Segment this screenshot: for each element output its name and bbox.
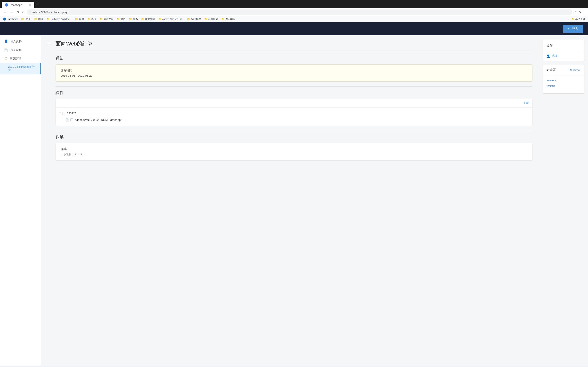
url-input[interactable] bbox=[27, 9, 572, 15]
actions-card-header: 操作 bbox=[543, 40, 585, 51]
download-button[interactable]: 下載 bbox=[523, 101, 529, 105]
bookmark-label: 編譯原理 bbox=[191, 17, 201, 21]
page-title: 面向Web的計算 bbox=[56, 40, 532, 51]
discussion-thread-2[interactable]: tititititiit bbox=[546, 84, 580, 88]
folder-icon: 📁 bbox=[221, 17, 225, 21]
sidebar-profile-label: 個人資料 bbox=[10, 40, 22, 43]
bookmark-learn[interactable]: 📁 學習 bbox=[74, 17, 85, 21]
bookmark-label: 學習 bbox=[79, 17, 84, 21]
chevron-up-icon: ⌃ bbox=[34, 57, 36, 60]
refresh-button[interactable]: ↻ bbox=[16, 9, 20, 15]
discussion-thread-1[interactable]: aaaaaa bbox=[546, 79, 580, 82]
bookmark-label: Award Chaser Tar... bbox=[162, 18, 184, 21]
sidebar-all-courses-label: 所有課程 bbox=[10, 48, 22, 52]
bookmark-test[interactable]: 📁 測試 bbox=[33, 17, 44, 21]
notice-section-title: 通知 bbox=[56, 56, 532, 61]
notice-label: 課程時間 bbox=[61, 69, 527, 72]
folder-icon: 📁 bbox=[158, 17, 162, 21]
bookmark-algo[interactable]: 📁 算法 bbox=[86, 17, 97, 21]
materials-section-title: 課件 bbox=[56, 90, 532, 95]
sidebar-item-selected-courses[interactable]: 📋 已選課程 ⌃ bbox=[0, 54, 41, 63]
menu-icon[interactable]: ⋮ bbox=[583, 11, 586, 14]
withdraw-link[interactable]: 👤 退課 bbox=[546, 54, 580, 58]
tab-favicon bbox=[5, 3, 8, 7]
bookmark-label: 測試 bbox=[38, 17, 43, 21]
start-discussion-button[interactable]: 發起討論 bbox=[570, 68, 580, 72]
folder-icon: 📁 bbox=[117, 17, 120, 21]
section-divider-1 bbox=[56, 86, 532, 87]
folder-icon: 📁 bbox=[99, 17, 103, 21]
login-button[interactable]: ↩ 登入 bbox=[563, 25, 583, 33]
new-tab-button[interactable]: + bbox=[35, 2, 41, 8]
folder-icon: 📁 bbox=[21, 17, 24, 21]
toolbar-icons: ☆ ⚙ ⋮ bbox=[574, 11, 586, 14]
bookmark-software[interactable]: 📁 Software Architec... bbox=[45, 17, 73, 21]
bookmark-hotel[interactable]: 📁 酒店 bbox=[115, 17, 127, 21]
more-bookmarks-button[interactable]: » bbox=[568, 18, 569, 21]
active-tab[interactable]: React App ✕ bbox=[2, 2, 34, 8]
app-layout: 👤 個人資料 📄 所有課程 📋 已選課程 ⌃ 2019-03 面向Web的計算 … bbox=[0, 35, 588, 366]
bookmark-star-icon[interactable]: ☆ bbox=[574, 11, 577, 14]
sidebar: 👤 個人資料 📄 所有課程 📋 已選課程 ⌃ 2019-03 面向Web的計算 bbox=[0, 35, 41, 366]
bookmark-label: 建站相關 bbox=[145, 17, 155, 21]
folder-checkbox[interactable] bbox=[62, 112, 65, 115]
bookmark-compiler[interactable]: 📁 編譯原理 bbox=[186, 17, 202, 21]
material-header: 下載 bbox=[56, 99, 532, 108]
bookmark-other[interactable]: 📁 其他書籤 bbox=[570, 17, 586, 21]
bookmark-website[interactable]: 📁 建站相關 bbox=[140, 17, 156, 21]
discussion-card: 討論區 發起討論 aaaaaa tititititiit bbox=[542, 65, 585, 94]
actions-card-body: 👤 退課 bbox=[543, 51, 585, 61]
login-label: 登入 bbox=[572, 27, 578, 31]
sidebar-item-all-courses[interactable]: 📄 所有課程 bbox=[0, 46, 41, 54]
folder-icon: 📁 bbox=[141, 17, 144, 21]
bookmark-frontend[interactable]: 📁 前端開發 bbox=[203, 17, 219, 21]
bookmark-label: 廣告聯盟 bbox=[225, 17, 235, 21]
folder-minus-icon: □ bbox=[59, 112, 61, 115]
back-button[interactable]: ← bbox=[2, 9, 7, 15]
size-label: 大小限制： bbox=[61, 153, 74, 156]
app-header: ↩ 登入 bbox=[0, 22, 588, 35]
bookmark-ads[interactable]: 📁 廣告聯盟 bbox=[220, 17, 236, 21]
extensions-icon[interactable]: ⚙ bbox=[579, 11, 581, 14]
home-button[interactable]: ⌂ bbox=[21, 9, 25, 15]
material-body: □ 123123 📄 s4dcbd26989-02.02 DOM Parser.… bbox=[56, 108, 532, 125]
bookmark-award[interactable]: 📁 Award Chaser Tar... bbox=[157, 17, 185, 21]
bookmark-nanjing[interactable]: 📁 南京大學 bbox=[98, 17, 114, 21]
bookmark-label: Facebook bbox=[7, 18, 18, 21]
address-bar: ← → ↻ ⌂ ☆ ⚙ ⋮ bbox=[0, 8, 588, 16]
material-card: 下載 □ 123123 📄 s4dcbd26989-02.02 DOM Pars… bbox=[56, 99, 532, 126]
forward-button[interactable]: → bbox=[9, 9, 14, 15]
bookmark-label: 酒店 bbox=[121, 17, 126, 21]
file-name: s4dcbd26989-02.02 DOM Parser.ppt bbox=[75, 118, 121, 122]
section-divider-2 bbox=[56, 131, 532, 131]
withdraw-label: 退課 bbox=[552, 54, 557, 58]
bookmark-label: 前端開發 bbox=[208, 17, 218, 21]
bookmark-spider[interactable]: 📁 爬蟲 bbox=[128, 17, 139, 21]
selected-courses-icon: 📋 bbox=[4, 57, 8, 60]
bookmark-j2ee[interactable]: 📁 J2EE bbox=[20, 17, 32, 21]
list-toggle-icon[interactable]: ☰ bbox=[47, 42, 51, 46]
assignments-section-title: 作業 bbox=[56, 134, 532, 140]
all-courses-icon: 📄 bbox=[4, 48, 8, 52]
tab-close-button[interactable]: ✕ bbox=[29, 3, 31, 6]
folder-icon: 📁 bbox=[571, 17, 575, 21]
folder-icon: 📁 bbox=[204, 17, 208, 21]
bookmark-label: Software Architec... bbox=[51, 18, 71, 21]
bookmark-label: 南京大學 bbox=[104, 17, 113, 21]
notice-date: 2019-03-01 - 2019-03-29 bbox=[61, 74, 527, 77]
right-panel: 操作 👤 退課 討論區 發起討論 aaaaaa tititititiit bbox=[539, 35, 588, 366]
file-doc-icon: 📄 bbox=[66, 118, 69, 122]
tab-bar: React App ✕ + bbox=[0, 0, 588, 8]
login-icon: ↩ bbox=[568, 27, 571, 31]
bookmarks-bar: 🔵 Facebook 📁 J2EE 📁 測試 📁 Software Archit… bbox=[0, 16, 588, 22]
file-checkbox[interactable] bbox=[70, 118, 73, 121]
assignment-title: 作業二 bbox=[61, 147, 527, 151]
profile-icon: 👤 bbox=[4, 39, 8, 43]
folder-icon: 📁 bbox=[87, 17, 90, 21]
sidebar-item-current-course[interactable]: 2019-03 面向Web的計算 bbox=[0, 63, 41, 75]
folder-name: 123123 bbox=[67, 112, 76, 115]
sidebar-item-profile[interactable]: 👤 個人資料 bbox=[0, 37, 41, 46]
bookmark-facebook[interactable]: 🔵 Facebook bbox=[2, 17, 19, 21]
folder-icon: 📁 bbox=[187, 17, 190, 21]
actions-card: 操作 👤 退課 bbox=[542, 40, 585, 61]
